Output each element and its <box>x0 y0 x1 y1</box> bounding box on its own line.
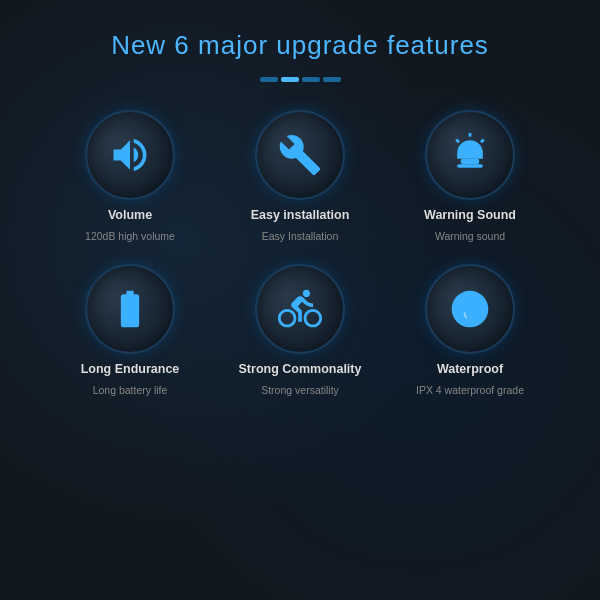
strong-commonality-title: Strong Commonality <box>239 362 362 376</box>
tab-dot-3[interactable] <box>302 77 320 82</box>
feature-easy-installation: Easy installation Easy Installation <box>220 110 380 244</box>
warning-sound-title: Warning Sound <box>424 208 516 222</box>
tab-dot-1[interactable] <box>260 77 278 82</box>
page-wrapper: New 6 major upgrade features Volume 120d… <box>0 0 600 600</box>
waterproof-title: Waterproof <box>437 362 503 376</box>
long-endurance-title: Long Endurance <box>81 362 180 376</box>
volume-icon <box>108 133 152 177</box>
feature-strong-commonality: Strong Commonality Strong versatility <box>220 264 380 398</box>
feature-warning-sound: Warning Sound Warning sound <box>390 110 550 244</box>
battery-icon <box>108 287 152 331</box>
long-endurance-icon-circle <box>85 264 175 354</box>
features-grid: Volume 120dB high volume Easy installati… <box>50 110 550 397</box>
strong-commonality-subtitle: Strong versatility <box>261 384 339 398</box>
feature-volume: Volume 120dB high volume <box>50 110 210 244</box>
feature-long-endurance: Long Endurance Long battery life <box>50 264 210 398</box>
volume-subtitle: 120dB high volume <box>85 230 175 244</box>
easy-installation-icon-circle <box>255 110 345 200</box>
svg-line-3 <box>456 139 459 142</box>
volume-title: Volume <box>108 208 152 222</box>
warning-sound-subtitle: Warning sound <box>435 230 505 244</box>
svg-line-4 <box>481 139 484 142</box>
page-title: New 6 major upgrade features <box>111 30 489 61</box>
strong-commonality-icon-circle <box>255 264 345 354</box>
long-endurance-subtitle: Long battery life <box>93 384 168 398</box>
tools-icon <box>278 133 322 177</box>
tab-dot-2[interactable] <box>281 77 299 82</box>
easy-installation-subtitle: Easy Installation <box>262 230 338 244</box>
tabs-indicator[interactable] <box>260 77 341 82</box>
water-drop-icon <box>448 287 492 331</box>
waterproof-subtitle: IPX 4 waterproof grade <box>416 384 524 398</box>
svg-rect-0 <box>461 159 479 165</box>
volume-icon-circle <box>85 110 175 200</box>
waterproof-icon-circle <box>425 264 515 354</box>
tab-dot-4[interactable] <box>323 77 341 82</box>
svg-rect-1 <box>457 164 483 168</box>
feature-waterproof: Waterproof IPX 4 waterproof grade <box>390 264 550 398</box>
bicycle-icon <box>278 287 322 331</box>
easy-installation-title: Easy installation <box>251 208 350 222</box>
warning-sound-icon-circle <box>425 110 515 200</box>
warning-sound-icon <box>448 133 492 177</box>
